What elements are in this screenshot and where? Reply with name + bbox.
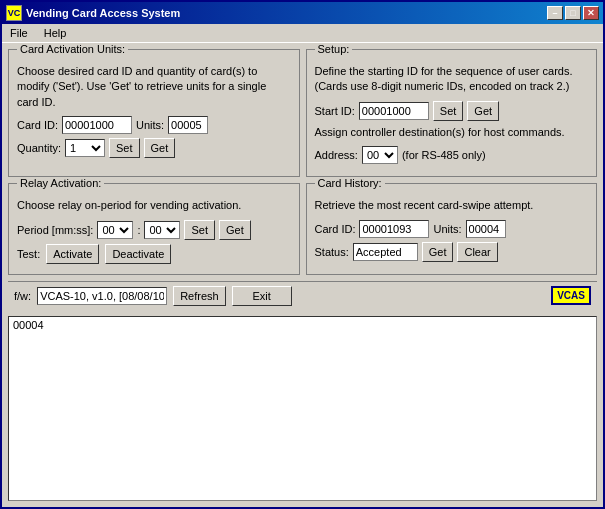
card-set-button[interactable]: Set [109,138,140,158]
fw-label: f/w: [14,290,31,302]
history-units-label: Units: [433,223,461,235]
address-row: Address: 0001FF (for RS-485 only) [315,146,589,164]
address-select[interactable]: 0001FF [362,146,398,164]
vcas-badge: VCAS [551,286,591,305]
relay-label: Relay Activation: [17,177,104,189]
period-row: Period [mm:ss]: 00010205 : 0001020510 Se… [17,220,291,240]
exit-button[interactable]: Exit [232,286,292,306]
address-label: Address: [315,149,358,161]
refresh-button[interactable]: Refresh [173,286,226,306]
units-label: Units: [136,119,164,131]
app-icon: VC [6,5,22,21]
setup-set-button[interactable]: Set [433,101,464,121]
deactivate-button[interactable]: Deactivate [105,244,171,264]
colon-sep: : [137,224,140,236]
card-id-label: Card ID: [17,119,58,131]
setup-get-button[interactable]: Get [467,101,499,121]
title-bar-left: VC Vending Card Access System [6,5,180,21]
card-activation-desc: Choose desired card ID and quantity of c… [17,64,291,110]
status-input[interactable] [353,243,418,261]
mm-select[interactable]: 00010205 [97,221,133,239]
main-content: Card Activation Units: Choose desired ca… [2,43,603,316]
card-activation-label: Card Activation Units: [17,43,128,55]
card-history-label: Card History: [315,177,385,189]
minimize-button[interactable]: – [547,6,563,20]
maximize-button[interactable]: □ [565,6,581,20]
ss-select[interactable]: 0001020510 [144,221,180,239]
bottom-bar: f/w: Refresh Exit VCAS [8,281,597,310]
quantity-label: Quantity: [17,142,61,154]
history-units-input[interactable] [466,220,506,238]
card-history-desc: Retrieve the most recent card-swipe atte… [315,198,589,213]
start-id-row: Start ID: Set Get [315,101,589,121]
status-label: Status: [315,246,349,258]
window-title: Vending Card Access System [26,7,180,19]
menu-help[interactable]: Help [40,26,71,40]
relay-get-button[interactable]: Get [219,220,251,240]
main-window: VC Vending Card Access System – □ ✕ File… [0,0,605,509]
setup-panel: Setup: Define the starting ID for the se… [306,49,598,177]
close-button[interactable]: ✕ [583,6,599,20]
relay-desc: Choose relay on-period for vending activ… [17,198,291,213]
top-panels-row: Card Activation Units: Choose desired ca… [8,49,597,177]
history-get-button[interactable]: Get [422,242,454,262]
menu-bar: File Help [2,24,603,43]
card-id-row: Card ID: Units: [17,116,291,134]
card-history-panel: Card History: Retrieve the most recent c… [306,183,598,274]
quantity-row: Quantity: 123 Set Get [17,138,291,158]
rs485-note: (for RS-485 only) [402,149,486,161]
start-id-label: Start ID: [315,105,355,117]
units-input[interactable] [168,116,208,134]
menu-file[interactable]: File [6,26,32,40]
setup-label: Setup: [315,43,353,55]
history-card-id-input[interactable] [359,220,429,238]
log-content: 00004 [13,319,44,331]
fw-input [37,287,167,305]
card-activation-panel: Card Activation Units: Choose desired ca… [8,49,300,177]
relay-panel: Relay Activation: Choose relay on-period… [8,183,300,274]
history-card-id-label: Card ID: [315,223,356,235]
bottom-panels-row: Relay Activation: Choose relay on-period… [8,183,597,274]
setup-desc: Define the starting ID for the sequence … [315,64,589,95]
activate-button[interactable]: Activate [46,244,99,264]
start-id-input[interactable] [359,102,429,120]
log-area[interactable]: 00004 [8,316,597,501]
assign-label: Assign controller destination(s) for hos… [315,125,589,140]
period-label: Period [mm:ss]: [17,224,93,236]
title-bar: VC Vending Card Access System – □ ✕ [2,2,603,24]
history-card-id-row: Card ID: Units: [315,220,589,238]
card-get-button[interactable]: Get [144,138,176,158]
test-row: Test: Activate Deactivate [17,244,291,264]
card-id-input[interactable] [62,116,132,134]
relay-set-button[interactable]: Set [184,220,215,240]
title-buttons: – □ ✕ [547,6,599,20]
clear-button[interactable]: Clear [457,242,497,262]
quantity-select[interactable]: 123 [65,139,105,157]
test-label: Test: [17,248,40,260]
status-row: Status: Get Clear [315,242,589,262]
